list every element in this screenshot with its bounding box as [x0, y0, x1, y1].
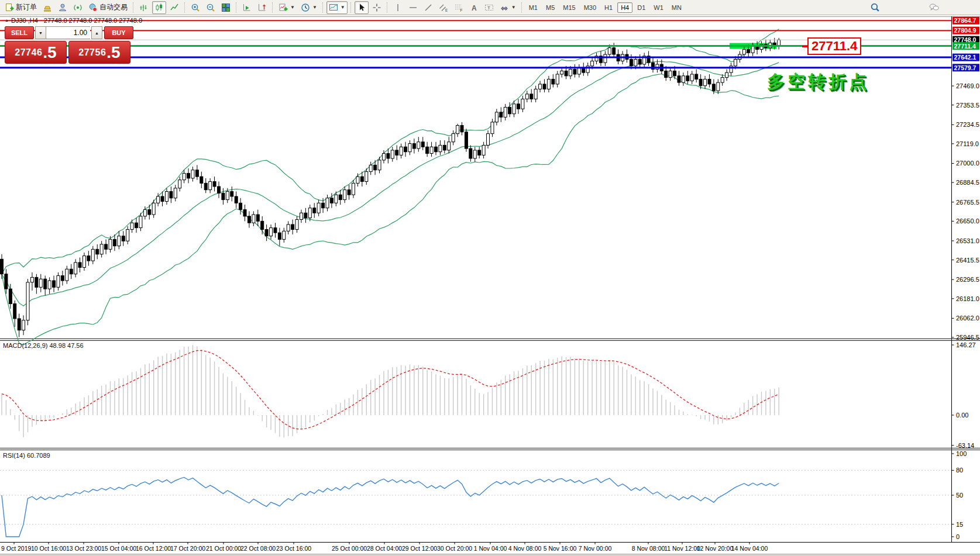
- chart-annotation-text[interactable]: 多空转折点: [767, 70, 869, 94]
- timeframe-w1-button[interactable]: W1: [650, 2, 667, 13]
- autotrade-button[interactable]: 自动交易: [86, 1, 130, 14]
- chart-symbol-period: DJ30 ,H4: [11, 17, 38, 24]
- text-button[interactable]: A: [467, 1, 481, 14]
- tile-windows-icon: [221, 3, 231, 12]
- vline-button[interactable]: [391, 1, 405, 14]
- callout-price: 27711.4: [807, 37, 861, 55]
- vline-icon: [393, 3, 403, 12]
- volume-up-button[interactable]: ▲: [91, 26, 102, 39]
- chart-window: 27469.027353.527234.527119.027000.026884…: [0, 16, 980, 556]
- chevron-down-icon[interactable]: ▼: [511, 5, 516, 10]
- cursor-button[interactable]: [355, 1, 369, 14]
- toolbar-group: [136, 0, 182, 15]
- tile-windows-button[interactable]: [219, 1, 233, 14]
- chat-icon[interactable]: [929, 2, 939, 15]
- label-button[interactable]: T: [482, 1, 496, 14]
- fibonacci-button[interactable]: F: [452, 1, 466, 14]
- price-tag: 27804.9: [954, 27, 976, 34]
- time-axis-label: 10 Oct 16:00: [31, 545, 66, 552]
- chat-icon: [929, 2, 939, 12]
- gold-ingot-button[interactable]: [40, 1, 54, 14]
- toolbar-separator: [236, 2, 237, 13]
- line-chart-button[interactable]: [167, 1, 181, 14]
- price-axis-tick: 26765.5: [956, 199, 979, 206]
- svg-text:E: E: [445, 8, 448, 12]
- time-axis-label: 23 Oct 16:00: [276, 545, 311, 552]
- price-axis-tick: 26062.0: [956, 315, 979, 322]
- price-axis-tick: 27234.5: [956, 121, 979, 128]
- time-axis-label: 17 Oct 20:00: [170, 545, 205, 552]
- auto-scroll-button[interactable]: [240, 1, 254, 14]
- fibonacci-icon: F: [454, 3, 463, 12]
- indicator-window-button[interactable]: ▼: [326, 1, 348, 14]
- search-icon[interactable]: [870, 2, 880, 15]
- macd-axis-tick: 0.00: [956, 412, 968, 419]
- timeframe-m1-button[interactable]: M1: [525, 2, 541, 13]
- new-order-icon: [5, 3, 14, 12]
- rsi-axis-tick: 80: [956, 467, 963, 474]
- chevron-down-icon[interactable]: ▼: [312, 5, 317, 10]
- label-icon: T: [484, 3, 494, 12]
- chart-shift-button[interactable]: [255, 1, 269, 14]
- sell-button[interactable]: SELL: [5, 26, 34, 39]
- timeframe-d1-button[interactable]: D1: [634, 2, 649, 13]
- time-axis-label: 13 Oct 23:00: [66, 545, 101, 552]
- timeframe-m30-button[interactable]: M30: [580, 2, 600, 13]
- svg-text:F: F: [460, 8, 462, 12]
- timeframe-h4-button[interactable]: H4: [617, 2, 632, 13]
- profile-button[interactable]: [56, 1, 70, 14]
- candle-chart-icon: [154, 3, 164, 12]
- svg-text:A: A: [472, 4, 477, 12]
- sell-price-frac: .5: [43, 44, 56, 61]
- zoom-in-icon: [191, 3, 200, 12]
- timeframe-m5-button[interactable]: M5: [542, 2, 558, 13]
- time-axis-label: 25 Oct 00:00: [332, 545, 367, 552]
- cursor-icon: [357, 3, 366, 12]
- timeframe-mn-button[interactable]: MN: [668, 2, 685, 13]
- toolbar-separator: [272, 2, 273, 13]
- trendline-button[interactable]: [421, 1, 435, 14]
- add-indicator-button[interactable]: ▼: [276, 1, 297, 14]
- bar-chart-button[interactable]: [137, 1, 151, 14]
- new-order-button[interactable]: 新订单: [2, 1, 39, 14]
- time-axis-label: 9 Oct 2019: [1, 545, 32, 552]
- chevron-down-icon[interactable]: ▼: [290, 5, 295, 10]
- clock-button[interactable]: ▼: [298, 1, 319, 14]
- bar-chart-icon: [139, 3, 149, 12]
- toolbar-group: [239, 0, 270, 15]
- hline-button[interactable]: [406, 1, 420, 14]
- crosshair-button[interactable]: [370, 1, 384, 14]
- shapes-button[interactable]: ▼: [497, 1, 518, 14]
- price-callout[interactable]: 27711.4: [802, 37, 861, 55]
- time-axis-label: 28 Oct 04:00: [367, 545, 402, 552]
- collapse-arrow-icon[interactable]: ▲: [5, 18, 9, 22]
- line-chart-icon: [170, 3, 179, 12]
- chart-canvas[interactable]: 27469.027353.527234.527119.027000.026884…: [0, 16, 980, 556]
- time-axis-label: 8 Nov 08:00: [632, 545, 665, 552]
- toolbar-group: EFAT▼: [390, 0, 519, 15]
- buy-button[interactable]: BUY: [104, 26, 133, 39]
- volume-input[interactable]: 1.00: [46, 26, 90, 39]
- zoom-out-button[interactable]: [204, 1, 218, 14]
- time-axis-label: 21 Oct 00:00: [206, 545, 241, 552]
- price-axis-tick: 26296.5: [956, 276, 979, 283]
- zoom-in-button[interactable]: [188, 1, 202, 14]
- timeframe-h1-button[interactable]: H1: [601, 2, 616, 13]
- chevron-down-icon[interactable]: ▼: [341, 5, 345, 10]
- channel-button[interactable]: E: [436, 1, 451, 14]
- volume-down-button[interactable]: ▼: [35, 26, 46, 39]
- timeframe-m15-button[interactable]: M15: [559, 2, 579, 13]
- buy-price-panel[interactable]: 27756.5: [68, 41, 130, 64]
- gold-ingot-icon: [43, 3, 52, 12]
- shapes-icon: [500, 3, 509, 12]
- zoom-out-icon: [206, 3, 215, 12]
- sell-price-panel[interactable]: 27746.5: [5, 41, 67, 64]
- price-axis-tick: 27119.0: [956, 140, 979, 147]
- price-axis-tick: 26415.5: [956, 257, 979, 264]
- broadcast-button[interactable]: [71, 1, 85, 14]
- timeframe-group: M1M5M15M30H1H4D1W1MN: [525, 0, 686, 15]
- trendline-icon: [424, 3, 433, 12]
- toolbar-group: [354, 0, 384, 15]
- candle-chart-button[interactable]: [152, 1, 166, 14]
- price-tag: 27864.7: [954, 17, 976, 24]
